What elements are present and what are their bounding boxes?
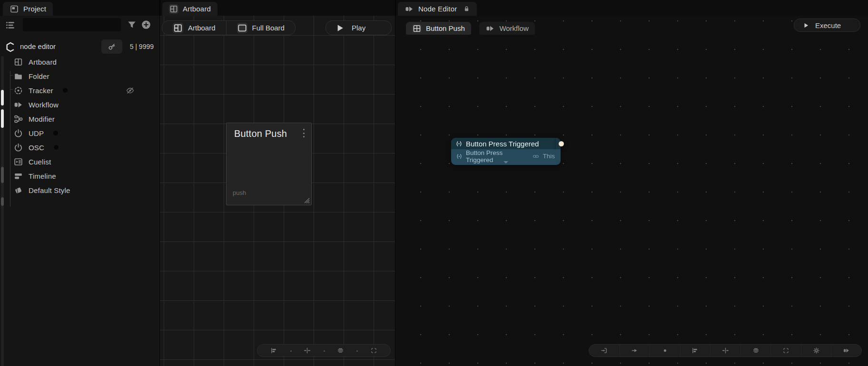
tree-item-artboard[interactable]: Artboard [0, 55, 159, 69]
tree-item-label: Folder [29, 72, 49, 80]
tree-item-default-style[interactable]: Default Style [0, 183, 159, 197]
tree-item-osc[interactable]: OSC [0, 140, 159, 154]
fullboard-icon [237, 23, 247, 33]
enter-icon[interactable] [589, 345, 620, 356]
left-scroll-track[interactable] [1, 56, 4, 366]
filter-icon[interactable] [127, 19, 137, 30]
workflow-icon [485, 24, 495, 33]
tree-item-label: UDP [29, 129, 44, 137]
gear-icon[interactable] [801, 345, 831, 356]
tree-item-modifier[interactable]: Modifier [0, 112, 159, 126]
tree-guide-stub [10, 75, 13, 76]
execute-button[interactable]: Execute [794, 19, 860, 32]
key-icon [107, 42, 117, 51]
card-title: Button Push [234, 128, 287, 139]
output-port[interactable] [559, 141, 564, 146]
distribute-icon[interactable] [740, 345, 771, 356]
project-root-row[interactable]: node editor 5 | 9999 [0, 39, 159, 55]
node-body: Button Press TriggeredThis [451, 149, 561, 165]
sub-tab-workflow[interactable]: Workflow [479, 22, 534, 35]
add-icon[interactable] [141, 19, 151, 30]
artboard-canvas[interactable]: ArtboardFull Board Play Button Push push [160, 16, 395, 366]
grid-icon [412, 24, 422, 33]
workflow-icon [13, 100, 23, 110]
timeline-icon [13, 171, 23, 181]
key-button[interactable] [101, 39, 122, 54]
scroll-thumb[interactable] [1, 90, 4, 106]
play-button[interactable]: Play [326, 20, 392, 35]
power-icon [13, 128, 23, 138]
tree-item-label: Modifier [29, 115, 55, 123]
tree-item-tracker[interactable]: Tracker [0, 83, 159, 97]
tree-item-cuelist[interactable]: Cuelist [0, 154, 159, 169]
record-dot-icon[interactable] [650, 345, 680, 356]
status-dot [63, 88, 68, 93]
tree-item-folder[interactable]: Folder [0, 69, 159, 83]
align-left-icon[interactable] [680, 345, 710, 356]
node-button-press-triggered[interactable]: Button Press Triggered Button Press Trig… [451, 138, 561, 165]
scroll-thumb[interactable] [1, 167, 4, 183]
tab-node-editor-label: Node Editor [418, 5, 457, 13]
tree-item-label: OSC [29, 144, 44, 152]
pin-label: This [542, 153, 555, 160]
artboard-icon [13, 57, 23, 67]
distribute-icon[interactable] [324, 345, 357, 356]
scroll-thumb[interactable] [1, 197, 4, 206]
tree-item-label: Default Style [29, 186, 70, 194]
artboard-button[interactable]: Artboard [162, 21, 226, 35]
tree-item-timeline[interactable]: Timeline [0, 169, 159, 183]
node-header[interactable]: Button Press Triggered [451, 138, 561, 149]
kebab-menu-icon[interactable] [300, 128, 307, 138]
lock-icon [463, 5, 470, 12]
tree-item-workflow[interactable]: Workflow [0, 97, 159, 112]
fullscreen-icon[interactable] [770, 345, 801, 356]
scroll-thumb[interactable] [1, 109, 4, 128]
full-board-button[interactable]: Full Board [226, 21, 295, 35]
node-arrow-icon[interactable] [620, 345, 650, 356]
artboard-icon [173, 23, 183, 33]
tree-item-label: Tracker [29, 87, 53, 95]
sub-tab-button-push[interactable]: Button Push [406, 22, 471, 35]
node-editor-canvas[interactable]: Button PushWorkflow Execute Button Press… [395, 16, 868, 366]
tree-item-label: Artboard [29, 58, 57, 66]
play-icon [802, 22, 809, 29]
tab-node-editor[interactable]: Node Editor [398, 2, 477, 16]
collapse-caret-icon[interactable] [503, 161, 508, 164]
resize-handle[interactable] [304, 197, 310, 203]
center-horizontal-icon[interactable] [291, 345, 324, 356]
workflow-icon[interactable] [831, 345, 861, 356]
search-input[interactable] [23, 18, 121, 31]
tab-artboard-label: Artboard [183, 5, 211, 13]
style-icon [13, 185, 23, 195]
pin-label: Button Press Triggered [466, 149, 529, 164]
card-footer-label: push [233, 189, 246, 196]
tree-item-label: Timeline [29, 172, 56, 180]
artboard-icon [169, 4, 178, 14]
list-tree-icon[interactable] [5, 20, 16, 30]
folder-icon [13, 71, 23, 81]
center-horizontal-icon[interactable] [710, 345, 740, 356]
project-icon [10, 4, 19, 14]
play-icon [335, 23, 345, 33]
sub-tab-label: Button Push [426, 24, 465, 32]
sub-tab-label: Workflow [499, 24, 528, 32]
project-panel: node editor 5 | 9999 ArtboardFolderTrack… [0, 16, 159, 366]
button-label: Full Board [252, 24, 285, 32]
play-button-label: Play [352, 24, 365, 32]
align-left-icon[interactable] [257, 345, 291, 356]
tab-project[interactable]: Project [3, 2, 53, 16]
project-root-count: 5 | 9999 [130, 43, 154, 50]
project-root-name: node editor [20, 42, 56, 50]
tree-guide-line [10, 71, 10, 207]
event-icon [456, 153, 463, 160]
eye-off-icon[interactable] [126, 86, 135, 95]
project-tree: ArtboardFolderTrackerWorkflowModifierUDP… [0, 55, 159, 197]
tab-artboard[interactable]: Artboard [162, 2, 217, 16]
tree-item-udp[interactable]: UDP [0, 126, 159, 140]
workflow-icon [404, 4, 414, 14]
fullscreen-icon[interactable] [357, 345, 390, 356]
application-window: Project Artboard Node Editor node editor… [0, 0, 868, 366]
button-push-card[interactable]: Button Push push [226, 123, 312, 205]
link-icon [533, 153, 539, 160]
tree-item-label: Cuelist [29, 158, 51, 166]
